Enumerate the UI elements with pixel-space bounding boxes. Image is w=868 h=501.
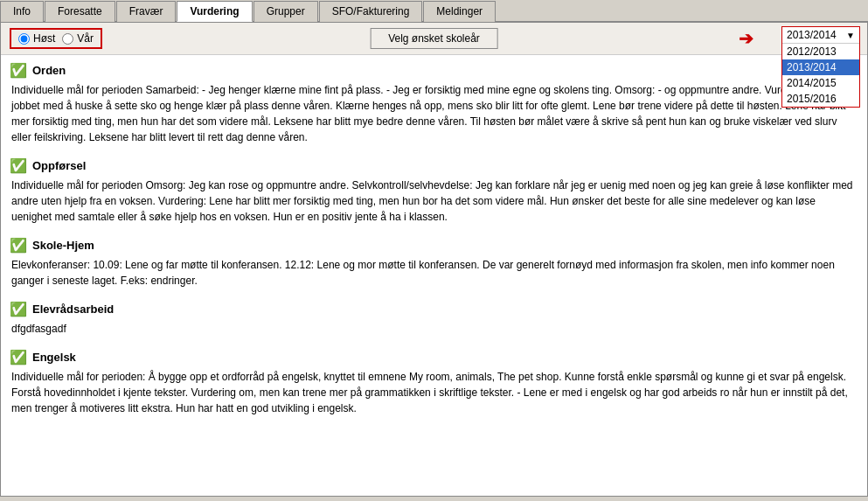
- tab-grupper[interactable]: Grupper: [253, 1, 318, 22]
- section-orden: ✅ Orden Individuelle mål for perioden Sa…: [10, 62, 858, 145]
- year-display-value: 2013/2014: [787, 29, 837, 41]
- check-icon-elevraadsarbeid: ✅: [10, 301, 27, 317]
- arrow-container: ➔: [739, 28, 753, 49]
- year-dropdown[interactable]: 2013/2014 ▼ 2012/2013 2013/2014 2014/201…: [781, 26, 860, 108]
- semester-radio-group: Høst Vår: [10, 28, 102, 49]
- year-option-2013[interactable]: 2013/2014: [782, 59, 859, 75]
- tab-foresatte[interactable]: Foresatte: [45, 1, 115, 22]
- check-icon-skole-hjem: ✅: [10, 237, 27, 254]
- radio-var-label: Vår: [77, 32, 94, 45]
- tab-bar: Info Foresatte Fravær Vurdering Grupper …: [0, 0, 868, 22]
- year-option-label: 2013/2014: [787, 61, 837, 73]
- check-icon-orden: ✅: [10, 62, 27, 79]
- section-orden-body: Individuelle mål for perioden Samarbeid:…: [10, 82, 858, 145]
- year-option-label: 2012/2013: [787, 45, 837, 58]
- radio-host-input[interactable]: [18, 33, 30, 45]
- section-elevraadsarbeid: ✅ Elevrådsarbeid dfgdfasgadf: [10, 301, 858, 337]
- tab-info[interactable]: Info: [0, 1, 44, 22]
- section-elevraadsarbeid-header: ✅ Elevrådsarbeid: [10, 301, 858, 317]
- section-oppforsel-body: Individuelle mål for perioden Omsorg: Je…: [10, 177, 858, 225]
- section-elevraadsarbeid-body: dfgdfasgadf: [10, 321, 858, 337]
- section-engelsk: ✅ Engelsk Individuelle mål for perioden:…: [10, 349, 858, 416]
- check-icon-oppforsel: ✅: [10, 157, 27, 174]
- radio-host[interactable]: Høst: [18, 32, 55, 45]
- section-engelsk-header: ✅ Engelsk: [10, 349, 858, 365]
- year-option-2015[interactable]: 2015/2016: [782, 91, 859, 107]
- radio-host-label: Høst: [33, 32, 55, 45]
- section-oppforsel-title: Oppførsel: [32, 159, 86, 172]
- tab-vurdering[interactable]: Vurdering: [177, 1, 252, 22]
- toolbar: Høst Vår Velg ønsket skoleår ➔ 2013/2014…: [1, 23, 867, 55]
- section-oppforsel: ✅ Oppførsel Individuelle mål for periode…: [10, 157, 858, 225]
- tab-sfo[interactable]: SFO/Fakturering: [319, 1, 423, 22]
- radio-var-input[interactable]: [62, 33, 73, 45]
- main-content: Høst Vår Velg ønsket skoleår ➔ 2013/2014…: [0, 22, 868, 497]
- section-oppforsel-header: ✅ Oppførsel: [10, 157, 858, 174]
- year-dropdown-wrapper[interactable]: 2013/2014 ▼ 2012/2013 2013/2014 2014/201…: [781, 26, 860, 108]
- year-option-2014[interactable]: 2014/2015: [782, 75, 859, 91]
- section-skole-hjem-header: ✅ Skole-Hjem: [10, 237, 858, 254]
- section-skole-hjem: ✅ Skole-Hjem Elevkonferanser: 10.09: Len…: [10, 237, 858, 289]
- year-label-text: Velg ønsket skoleår: [388, 32, 480, 45]
- radio-var[interactable]: Vår: [62, 32, 94, 45]
- section-engelsk-title: Engelsk: [32, 351, 76, 364]
- section-skole-hjem-title: Skole-Hjem: [32, 239, 94, 252]
- year-display[interactable]: 2013/2014 ▼: [782, 27, 859, 44]
- check-icon-engelsk: ✅: [10, 349, 27, 365]
- tab-meldinger[interactable]: Meldinger: [423, 1, 496, 22]
- year-option-label: 2014/2015: [787, 77, 837, 89]
- year-option-2012[interactable]: 2012/2013: [782, 44, 859, 59]
- section-orden-header: ✅ Orden: [10, 62, 858, 79]
- tab-fravar[interactable]: Fravær: [116, 1, 177, 22]
- dropdown-arrow-icon: ▼: [846, 31, 855, 40]
- arrow-right-icon: ➔: [739, 28, 753, 49]
- section-engelsk-body: Individuelle mål for perioden: Å bygge o…: [10, 369, 858, 416]
- section-skole-hjem-body: Elevkonferanser: 10.09: Lene og far møtt…: [10, 257, 858, 289]
- year-label-box: Velg ønsket skoleår: [370, 28, 498, 49]
- year-option-label: 2015/2016: [787, 93, 837, 105]
- section-elevraadsarbeid-title: Elevrådsarbeid: [32, 303, 114, 316]
- scroll-area[interactable]: ✅ Orden Individuelle mål for perioden Sa…: [1, 55, 867, 496]
- section-orden-title: Orden: [32, 64, 66, 77]
